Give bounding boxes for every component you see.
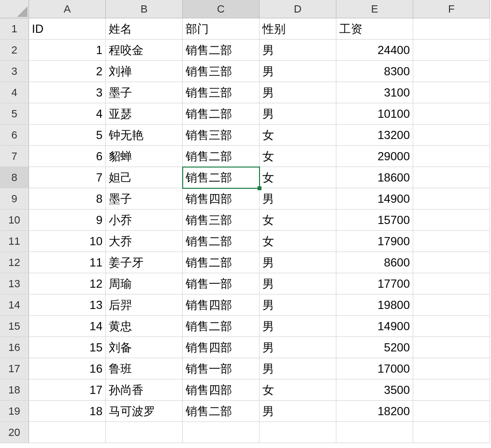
- cell[interactable]: [413, 210, 490, 231]
- cell[interactable]: 10: [29, 231, 106, 252]
- cell[interactable]: 女: [260, 146, 336, 167]
- row-header[interactable]: 18: [0, 379, 29, 401]
- cell[interactable]: [413, 231, 490, 252]
- row-header[interactable]: 12: [0, 252, 29, 273]
- cell[interactable]: 男: [260, 316, 336, 337]
- cell[interactable]: 男: [260, 188, 336, 210]
- cell[interactable]: 18: [29, 401, 106, 422]
- cell[interactable]: 14: [29, 316, 106, 337]
- cell[interactable]: 男: [260, 103, 336, 125]
- row-header[interactable]: 16: [0, 337, 29, 358]
- cell[interactable]: 3: [29, 82, 106, 103]
- cell[interactable]: 小乔: [106, 210, 183, 231]
- cell[interactable]: 销售四部: [183, 337, 260, 358]
- cell[interactable]: [413, 103, 490, 125]
- cell[interactable]: 男: [260, 252, 336, 273]
- cell[interactable]: 19800: [336, 294, 413, 316]
- cell[interactable]: [413, 294, 490, 316]
- cell[interactable]: [183, 422, 260, 443]
- cell[interactable]: 销售二部: [183, 146, 260, 167]
- row-header[interactable]: 1: [0, 18, 29, 40]
- cell[interactable]: 妲己: [106, 167, 183, 188]
- header-cell[interactable]: [413, 18, 490, 40]
- cell[interactable]: [413, 61, 490, 82]
- cell[interactable]: [413, 401, 490, 422]
- cell[interactable]: 男: [260, 401, 336, 422]
- cell[interactable]: 女: [260, 210, 336, 231]
- row-header[interactable]: 15: [0, 316, 29, 337]
- cell[interactable]: 2: [29, 61, 106, 82]
- cell[interactable]: 销售二部: [183, 167, 260, 188]
- column-header-e[interactable]: E: [336, 0, 413, 18]
- column-header-a[interactable]: A: [29, 0, 106, 18]
- spreadsheet-grid[interactable]: ABCDEF1ID姓名部门性别工资21程咬金销售二部男2440032刘禅销售三部…: [0, 0, 491, 443]
- cell[interactable]: 女: [260, 167, 336, 188]
- cell[interactable]: 刘备: [106, 337, 183, 358]
- cell[interactable]: 销售二部: [183, 103, 260, 125]
- cell[interactable]: 姜子牙: [106, 252, 183, 273]
- row-header[interactable]: 14: [0, 294, 29, 316]
- header-cell[interactable]: 性别: [260, 18, 336, 40]
- cell[interactable]: 女: [260, 231, 336, 252]
- cell[interactable]: [413, 125, 490, 146]
- row-header[interactable]: 5: [0, 103, 29, 125]
- cell[interactable]: 销售二部: [183, 231, 260, 252]
- cell[interactable]: [336, 422, 413, 443]
- cell[interactable]: 24400: [336, 40, 413, 61]
- cell[interactable]: 17900: [336, 231, 413, 252]
- cell[interactable]: 14900: [336, 188, 413, 210]
- cell[interactable]: 马可波罗: [106, 401, 183, 422]
- cell[interactable]: 后羿: [106, 294, 183, 316]
- cell[interactable]: 销售二部: [183, 252, 260, 273]
- cell[interactable]: 貂蝉: [106, 146, 183, 167]
- cell[interactable]: [413, 252, 490, 273]
- cell[interactable]: [413, 422, 490, 443]
- cell[interactable]: 程咬金: [106, 40, 183, 61]
- cell[interactable]: 18600: [336, 167, 413, 188]
- row-header[interactable]: 20: [0, 422, 29, 443]
- cell[interactable]: 销售四部: [183, 294, 260, 316]
- cell[interactable]: 亚瑟: [106, 103, 183, 125]
- row-header[interactable]: 11: [0, 231, 29, 252]
- cell[interactable]: [29, 422, 106, 443]
- column-header-c[interactable]: C: [183, 0, 260, 18]
- cell[interactable]: 男: [260, 337, 336, 358]
- cell[interactable]: [413, 379, 490, 401]
- cell[interactable]: 8: [29, 188, 106, 210]
- cell[interactable]: 4: [29, 103, 106, 125]
- header-cell[interactable]: 部门: [183, 18, 260, 40]
- cell[interactable]: 鲁班: [106, 358, 183, 379]
- cell[interactable]: [413, 358, 490, 379]
- cell[interactable]: 3100: [336, 82, 413, 103]
- cell[interactable]: 销售二部: [183, 401, 260, 422]
- cell[interactable]: 销售二部: [183, 316, 260, 337]
- cell[interactable]: 男: [260, 273, 336, 294]
- cell[interactable]: [413, 337, 490, 358]
- cell[interactable]: 男: [260, 40, 336, 61]
- row-header[interactable]: 2: [0, 40, 29, 61]
- cell[interactable]: [260, 422, 336, 443]
- cell[interactable]: 8600: [336, 252, 413, 273]
- cell[interactable]: [413, 40, 490, 61]
- cell[interactable]: 1: [29, 40, 106, 61]
- cell[interactable]: 5: [29, 125, 106, 146]
- cell[interactable]: 销售一部: [183, 273, 260, 294]
- cell[interactable]: 男: [260, 294, 336, 316]
- row-header[interactable]: 8: [0, 167, 29, 188]
- cell[interactable]: 5200: [336, 337, 413, 358]
- cell[interactable]: 9: [29, 210, 106, 231]
- cell[interactable]: [413, 273, 490, 294]
- cell[interactable]: 17: [29, 379, 106, 401]
- cell[interactable]: 销售四部: [183, 188, 260, 210]
- row-header[interactable]: 3: [0, 61, 29, 82]
- cell[interactable]: 29000: [336, 146, 413, 167]
- header-cell[interactable]: ID: [29, 18, 106, 40]
- cell[interactable]: 17000: [336, 358, 413, 379]
- cell[interactable]: 销售三部: [183, 82, 260, 103]
- column-header-d[interactable]: D: [260, 0, 336, 18]
- cell[interactable]: 销售三部: [183, 61, 260, 82]
- cell[interactable]: 15: [29, 337, 106, 358]
- column-header-b[interactable]: B: [106, 0, 183, 18]
- cell[interactable]: 14900: [336, 316, 413, 337]
- cell[interactable]: 13: [29, 294, 106, 316]
